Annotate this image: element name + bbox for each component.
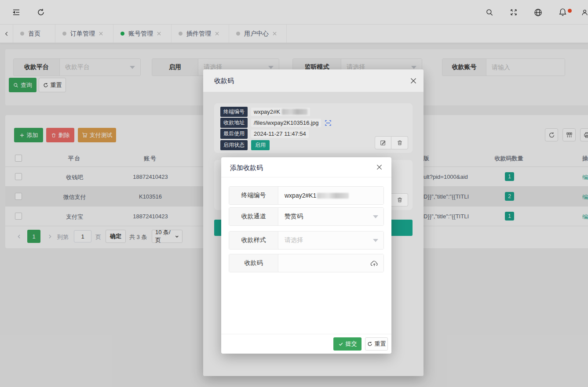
add-modal-title: 添加收款码 — [230, 164, 263, 172]
chevron-down-icon — [373, 215, 378, 218]
field-style-label: 收款样式 — [229, 231, 278, 249]
field-style-select[interactable]: 请选择 — [278, 231, 383, 249]
chevron-down-icon — [373, 239, 378, 242]
field-terminal-id: 终端编号 wxpay2#K1 — [229, 186, 384, 205]
cloud-upload-icon[interactable] — [370, 260, 378, 268]
field-qr-code: 收款码 — [229, 254, 384, 272]
field-channel-value: 赞赏码 — [285, 213, 303, 221]
field-channel-select[interactable]: 赞赏码 — [278, 208, 383, 225]
add-modal-header: 添加收款码 — [221, 157, 391, 177]
modal-footer-divider — [221, 334, 391, 334]
submit-button-label: 提交 — [346, 340, 357, 348]
field-terminal-id-label: 终端编号 — [229, 187, 278, 204]
field-style: 收款样式 请选择 — [229, 231, 384, 250]
redacted-text — [317, 193, 349, 199]
screen: 首页 订单管理 账号管理 插件管理 用户中心 收款平台 收款平台 — [0, 0, 588, 387]
modal-reset-button-label: 重置 — [375, 340, 386, 348]
field-qr-code-upload[interactable] — [278, 254, 383, 272]
modal-reset-button[interactable]: 重置 — [365, 337, 388, 351]
add-qr-modal: 添加收款码 终端编号 wxpay2#K1 收款通道 赞赏码 收款样式 请选择 — [221, 157, 391, 354]
field-terminal-id-value[interactable]: wxpay2#K1 — [278, 187, 383, 204]
field-channel-label: 收款通道 — [229, 208, 278, 225]
close-icon[interactable] — [376, 164, 382, 170]
refresh-icon — [367, 341, 373, 347]
check-icon — [338, 341, 343, 347]
field-qr-code-label: 收款码 — [229, 254, 278, 272]
submit-button[interactable]: 提交 — [333, 337, 362, 351]
field-channel: 收款通道 赞赏码 — [229, 207, 384, 226]
field-style-placeholder: 请选择 — [285, 236, 303, 244]
